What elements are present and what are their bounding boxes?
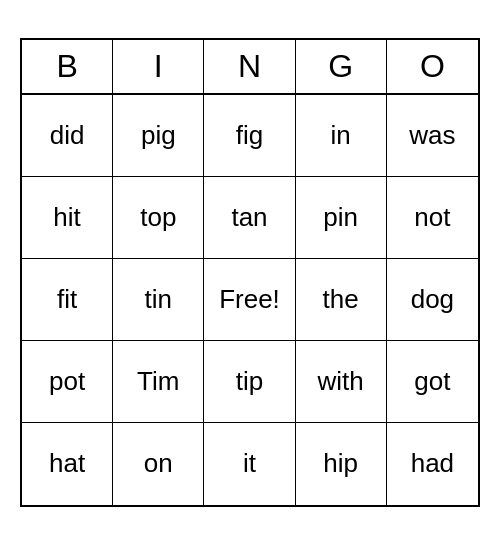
bingo-cell-12: Free! <box>204 259 295 341</box>
bingo-cell-15: pot <box>22 341 113 423</box>
bingo-cell-19: got <box>387 341 478 423</box>
bingo-cell-10: fit <box>22 259 113 341</box>
bingo-cell-23: hip <box>296 423 387 505</box>
bingo-body: didpigfiginwashittoptanpinnotfittinFree!… <box>22 95 478 505</box>
bingo-cell-17: tip <box>204 341 295 423</box>
bingo-header: B I N G O <box>22 40 478 95</box>
bingo-cell-16: Tim <box>113 341 204 423</box>
bingo-card: B I N G O didpigfiginwashittoptanpinnotf… <box>20 38 480 507</box>
bingo-cell-18: with <box>296 341 387 423</box>
bingo-cell-14: dog <box>387 259 478 341</box>
bingo-cell-5: hit <box>22 177 113 259</box>
bingo-cell-6: top <box>113 177 204 259</box>
bingo-cell-20: hat <box>22 423 113 505</box>
header-O: O <box>387 40 478 93</box>
bingo-cell-9: not <box>387 177 478 259</box>
header-G: G <box>296 40 387 93</box>
bingo-cell-13: the <box>296 259 387 341</box>
bingo-cell-0: did <box>22 95 113 177</box>
header-I: I <box>113 40 204 93</box>
bingo-cell-24: had <box>387 423 478 505</box>
bingo-cell-7: tan <box>204 177 295 259</box>
bingo-cell-2: fig <box>204 95 295 177</box>
header-N: N <box>204 40 295 93</box>
bingo-cell-21: on <box>113 423 204 505</box>
bingo-cell-1: pig <box>113 95 204 177</box>
bingo-cell-3: in <box>296 95 387 177</box>
bingo-cell-11: tin <box>113 259 204 341</box>
bingo-cell-4: was <box>387 95 478 177</box>
bingo-cell-8: pin <box>296 177 387 259</box>
header-B: B <box>22 40 113 93</box>
bingo-cell-22: it <box>204 423 295 505</box>
